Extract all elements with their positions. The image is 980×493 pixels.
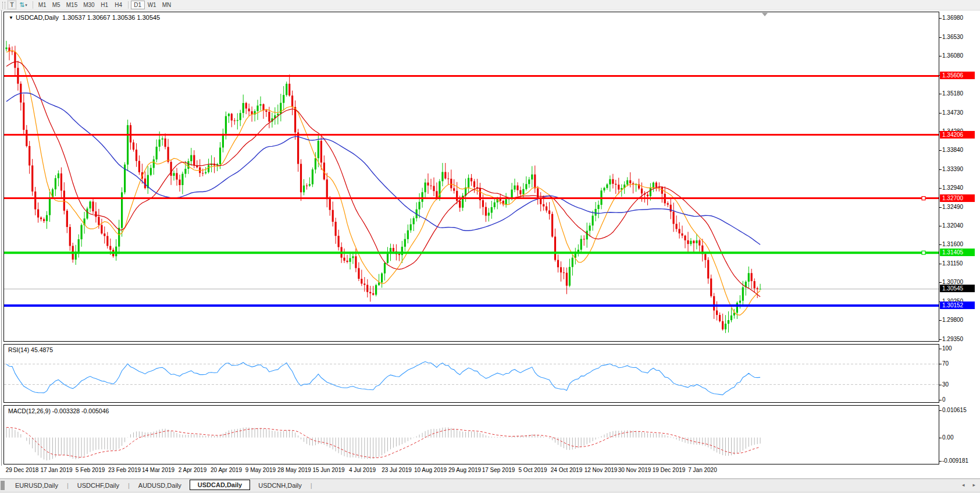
axis-tick <box>939 410 942 411</box>
ma-fast-line <box>6 51 760 315</box>
price-tick-label: 1.32940 <box>942 185 963 191</box>
toolbar-separator <box>128 1 129 9</box>
axis-tick <box>939 320 942 321</box>
price-tick-label: 0 <box>942 396 946 403</box>
chart-symbol-label: USDCAD,Daily <box>16 14 59 21</box>
tabbar-grip <box>1 481 5 490</box>
axis-tick <box>939 94 942 94</box>
ma-slow-line <box>6 93 760 245</box>
timeframe-button-m15[interactable]: M15 <box>63 1 80 9</box>
tab-audusd-daily[interactable]: AUDUSD,Daily <box>130 481 190 490</box>
axis-tick <box>939 188 942 189</box>
price-tick-label: 0.00 <box>942 434 953 441</box>
macd-indicator-panel[interactable]: MACD(12,26,9) -0.003328 -0.005046 <box>3 405 939 464</box>
rsi-indicator-panel[interactable]: RSI(14) 45.4875 <box>3 344 939 403</box>
price-tick-label: 1.31150 <box>942 260 963 267</box>
price-tick-label: 1.35180 <box>942 90 963 97</box>
timeframe-buttons: M1M5M15M30H1H4D1W1MN <box>35 1 174 9</box>
mt4-window: { "toolbar": { "text_tool_label": "T", "… <box>0 0 980 493</box>
axis-tick <box>939 244 942 245</box>
timeframe-button-m30[interactable]: M30 <box>80 1 97 9</box>
price-tick-label: 70 <box>942 360 949 367</box>
axis-tick <box>939 438 942 438</box>
price-tick-label: 1.33390 <box>942 166 963 172</box>
hline-price-label: 1.32700 <box>940 194 975 202</box>
timeframe-button-m5[interactable]: M5 <box>49 1 63 9</box>
tab-scroll-left-icon[interactable]: ◂ <box>962 482 965 488</box>
chart-tabs: EURUSD,Daily|USDCHF,Daily|AUDUSD,DailyUS… <box>7 480 313 491</box>
price-tick-label: 1.34730 <box>942 109 963 116</box>
chart-ohlc-values: 1.30537 1.30667 1.30536 1.30545 <box>62 14 160 21</box>
chart-workspace: ▼USDCAD,Daily 1.30537 1.30667 1.30536 1.… <box>0 10 980 478</box>
hline-price-label: 1.34206 <box>940 131 975 139</box>
timeframe-button-h4[interactable]: H4 <box>112 1 126 9</box>
chevron-down-icon: ▾ <box>25 3 27 8</box>
tab-eurusd-daily[interactable]: EURUSD,Daily <box>7 481 66 490</box>
timeframe-button-h1[interactable]: H1 <box>98 1 112 9</box>
tab-separator: | <box>128 482 130 489</box>
tab-usdcnh-daily[interactable]: USDCNH,Daily <box>250 481 310 490</box>
axis-tick <box>939 264 942 264</box>
candlestick-chart[interactable] <box>4 12 939 341</box>
axis-tick <box>939 169 942 170</box>
price-tick-label: 1.32040 <box>942 222 963 229</box>
date-tick-label: 7 Jan 2020 <box>678 467 727 473</box>
price-tick-label: 1.29800 <box>942 317 963 323</box>
ma-mid-line <box>6 62 760 297</box>
toolbar-grip[interactable] <box>2 2 5 9</box>
chart-title: ▼USDCAD,Daily 1.30537 1.30667 1.30536 1.… <box>9 14 160 21</box>
price-tick-label: 1.36530 <box>942 34 963 40</box>
hline-price-label: 1.31405 <box>940 249 975 256</box>
timeframe-button-m1[interactable]: M1 <box>35 1 49 9</box>
axis-tick <box>939 461 942 462</box>
axis-tick <box>939 113 942 114</box>
rsi-plot[interactable] <box>4 345 939 402</box>
price-tick-label: 1.32490 <box>942 204 963 210</box>
axis-tick <box>939 56 942 56</box>
axis-tick <box>939 37 942 38</box>
toolbar-separator <box>33 1 33 9</box>
axis-tick <box>939 400 942 400</box>
price-tick-label: -0.009181 <box>942 457 968 464</box>
macd-plot[interactable] <box>4 406 939 464</box>
timeframe-button-mn[interactable]: MN <box>159 1 174 9</box>
axis-tick <box>939 226 942 226</box>
price-tick-label: 1.36980 <box>942 15 963 21</box>
top-toolbar: T ⇅ ▾ M1M5M15M30H1H4D1W1MN <box>0 0 980 10</box>
timeframe-button-w1[interactable]: W1 <box>145 1 159 9</box>
collapse-arrow-icon[interactable]: ▼ <box>9 15 13 20</box>
axis-tick <box>939 339 942 340</box>
chart-shift-marker-icon <box>762 13 768 16</box>
main-chart-panel[interactable]: ▼USDCAD,Daily 1.30537 1.30667 1.30536 1.… <box>3 12 939 342</box>
price-tick-label: 1.33840 <box>942 147 963 153</box>
price-tick-label: 1.29350 <box>942 336 963 342</box>
axis-tick <box>939 349 942 349</box>
hline-handle <box>922 197 925 200</box>
rsi-label: RSI(14) 45.4875 <box>8 346 53 353</box>
tab-separator: | <box>67 482 69 489</box>
tab-scroll-right-icon[interactable]: ▸ <box>972 482 975 488</box>
timeframe-button-d1[interactable]: D1 <box>131 1 145 9</box>
window-edge <box>1 10 2 466</box>
tab-separator: | <box>311 482 312 489</box>
tab-usdcad-daily[interactable]: USDCAD,Daily <box>190 480 250 490</box>
axis-tick <box>939 364 942 364</box>
hline-handle <box>922 251 925 254</box>
rsi-line <box>6 361 760 395</box>
price-tick-label: 1.31600 <box>942 241 963 247</box>
price-tick-label: 0.010615 <box>942 407 967 413</box>
hline-price-label: 1.35606 <box>940 72 975 79</box>
axis-tick <box>939 385 942 385</box>
axis-tick <box>939 18 942 19</box>
arrange-windows-button[interactable]: ⇅ ▾ <box>16 1 30 9</box>
axis-tick <box>939 150 942 151</box>
chart-tab-bar: EURUSD,Daily|USDCHF,Daily|AUDUSD,DailyUS… <box>0 478 980 491</box>
axis-tick <box>939 282 942 283</box>
price-tick-label: 1.36080 <box>942 52 963 59</box>
axis-tick <box>939 207 942 208</box>
tab-usdchf-daily[interactable]: USDCHF,Daily <box>69 481 127 490</box>
tab-scroll-arrows: ◂ ▸ <box>962 482 975 488</box>
text-tool-button[interactable]: T <box>8 1 16 9</box>
price-tick-label: 100 <box>942 345 952 352</box>
price-tick-label: 30 <box>942 381 949 388</box>
